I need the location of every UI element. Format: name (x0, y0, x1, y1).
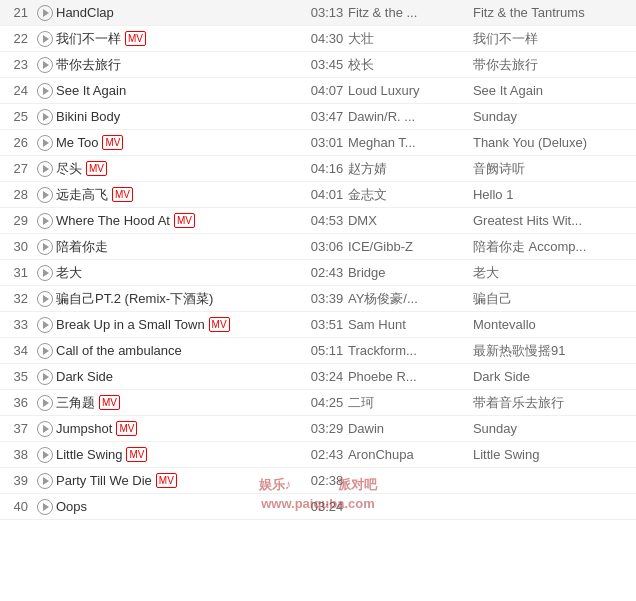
mv-badge[interactable]: MV (125, 31, 146, 46)
track-duration: 05:11 (306, 343, 348, 358)
track-number: 26 (4, 135, 34, 150)
play-button[interactable] (37, 135, 53, 151)
track-artist: Meghan T... (348, 135, 473, 150)
mv-badge[interactable]: MV (86, 161, 107, 176)
table-row[interactable]: 21HandClap03:13Fitz & the ...Fitz & the … (0, 0, 636, 26)
track-number: 38 (4, 447, 34, 462)
track-album: 带着音乐去旅行 (473, 394, 632, 412)
table-row[interactable]: 36三角题MV04:25二珂带着音乐去旅行 (0, 390, 636, 416)
table-row[interactable]: 24See It Again04:07Loud LuxurySee It Aga… (0, 78, 636, 104)
track-number: 31 (4, 265, 34, 280)
track-number: 30 (4, 239, 34, 254)
track-duration: 02:43 (306, 265, 348, 280)
track-title: Dark Side (56, 369, 113, 384)
track-title: 三角题 (56, 394, 95, 412)
track-duration: 03:51 (306, 317, 348, 332)
table-row[interactable]: 33Break Up in a Small TownMV03:51Sam Hun… (0, 312, 636, 338)
track-number: 21 (4, 5, 34, 20)
table-row[interactable]: 38Little SwingMV02:43AronChupaLittle Swi… (0, 442, 636, 468)
track-title: Me Too (56, 135, 98, 150)
table-row[interactable]: 23带你去旅行03:45校长带你去旅行 (0, 52, 636, 78)
track-title: Party Till We Die (56, 473, 152, 488)
track-album: 最新热歌慢摇91 (473, 342, 632, 360)
track-album: Sunday (473, 421, 632, 436)
track-duration: 04:07 (306, 83, 348, 98)
play-button[interactable] (37, 83, 53, 99)
play-button[interactable] (37, 317, 53, 333)
track-title: Where The Hood At (56, 213, 170, 228)
play-button[interactable] (37, 499, 53, 515)
table-row[interactable]: 35Dark Side03:24Phoebe R...Dark Side (0, 364, 636, 390)
table-row[interactable]: 22我们不一样MV04:30大壮我们不一样 (0, 26, 636, 52)
play-button[interactable] (37, 447, 53, 463)
play-button[interactable] (37, 473, 53, 489)
table-row[interactable]: 26Me TooMV03:01Meghan T...Thank You (Del… (0, 130, 636, 156)
track-duration: 04:53 (306, 213, 348, 228)
track-number: 25 (4, 109, 34, 124)
track-artist: Dawin/R. ... (348, 109, 473, 124)
track-artist: Phoebe R... (348, 369, 473, 384)
track-album: Little Swing (473, 447, 632, 462)
track-duration: 04:30 (306, 31, 348, 46)
mv-badge[interactable]: MV (102, 135, 123, 150)
mv-badge[interactable]: MV (174, 213, 195, 228)
play-button[interactable] (37, 395, 53, 411)
track-number: 28 (4, 187, 34, 202)
track-duration: 04:16 (306, 161, 348, 176)
play-button[interactable] (37, 213, 53, 229)
table-row[interactable]: 31老大02:43Bridge老大 (0, 260, 636, 286)
play-button[interactable] (37, 291, 53, 307)
play-button[interactable] (37, 421, 53, 437)
track-number: 36 (4, 395, 34, 410)
table-row[interactable]: 30陪着你走03:06ICE/Gibb-Z陪着你走 Accomp... (0, 234, 636, 260)
track-artist: AY杨俊豪/... (348, 290, 473, 308)
play-button[interactable] (37, 369, 53, 385)
track-artist: Dawin (348, 421, 473, 436)
mv-badge[interactable]: MV (116, 421, 137, 436)
track-artist: Fitz & the ... (348, 5, 473, 20)
track-title: Oops (56, 499, 87, 514)
mv-badge[interactable]: MV (112, 187, 133, 202)
table-row[interactable]: 27尽头MV04:16赵方婧音阙诗听 (0, 156, 636, 182)
table-row[interactable]: 28远走高飞MV04:01金志文Hello 1 (0, 182, 636, 208)
play-button[interactable] (37, 109, 53, 125)
play-button[interactable] (37, 187, 53, 203)
mv-badge[interactable]: MV (99, 395, 120, 410)
track-number: 35 (4, 369, 34, 384)
play-button[interactable] (37, 343, 53, 359)
play-button[interactable] (37, 57, 53, 73)
track-album: See It Again (473, 83, 632, 98)
track-artist: 二珂 (348, 394, 473, 412)
table-row[interactable]: 40Oops03:24 (0, 494, 636, 520)
play-button[interactable] (37, 5, 53, 21)
play-button[interactable] (37, 239, 53, 255)
mv-badge[interactable]: MV (156, 473, 177, 488)
track-title: Little Swing (56, 447, 122, 462)
track-album: Sunday (473, 109, 632, 124)
track-duration: 03:01 (306, 135, 348, 150)
track-artist: Trackform... (348, 343, 473, 358)
play-button[interactable] (37, 161, 53, 177)
table-row[interactable]: 37JumpshotMV03:29DawinSunday (0, 416, 636, 442)
track-number: 33 (4, 317, 34, 332)
track-number: 27 (4, 161, 34, 176)
track-title: Jumpshot (56, 421, 112, 436)
table-row[interactable]: 29Where The Hood AtMV04:53DMXGreatest Hi… (0, 208, 636, 234)
track-list: 21HandClap03:13Fitz & the ...Fitz & the … (0, 0, 636, 520)
table-row[interactable]: 32骗自己PT.2 (Remix-下酒菜)03:39AY杨俊豪/...骗自己 (0, 286, 636, 312)
track-duration: 03:06 (306, 239, 348, 254)
track-album: Montevallo (473, 317, 632, 332)
track-artist: Bridge (348, 265, 473, 280)
table-row[interactable]: 34Call of the ambulance05:11Trackform...… (0, 338, 636, 364)
table-row[interactable]: 25Bikini Body03:47Dawin/R. ...Sunday (0, 104, 636, 130)
track-title: 远走高飞 (56, 186, 108, 204)
table-row[interactable]: 39Party Till We DieMV02:38 (0, 468, 636, 494)
play-button[interactable] (37, 265, 53, 281)
track-artist: Loud Luxury (348, 83, 473, 98)
mv-badge[interactable]: MV (126, 447, 147, 462)
track-duration: 04:01 (306, 187, 348, 202)
track-album: Fitz & the Tantrums (473, 5, 632, 20)
track-title: 骗自己PT.2 (Remix-下酒菜) (56, 290, 213, 308)
play-button[interactable] (37, 31, 53, 47)
mv-badge[interactable]: MV (209, 317, 230, 332)
